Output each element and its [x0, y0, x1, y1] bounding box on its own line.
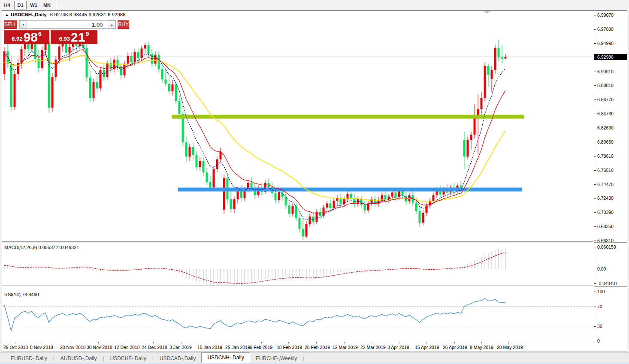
- price-tick: [594, 29, 596, 30]
- date-tick: [98, 342, 99, 343]
- date-tick: [288, 342, 289, 343]
- date-tick: [126, 342, 126, 343]
- tab-eurusd-daily[interactable]: EURUSD-,Daily: [5, 354, 53, 363]
- sell-button[interactable]: SELL: [4, 20, 17, 29]
- date-tick: [454, 342, 455, 343]
- panel-separator-macd[interactable]: [2, 241, 593, 243]
- buy-price-pips: 21: [71, 31, 85, 43]
- sell-price-prefix: 6.92: [12, 36, 22, 42]
- date-tick: [153, 342, 154, 343]
- price-tick-label: 6.88810: [597, 83, 614, 88]
- tab-separator: |: [302, 355, 305, 363]
- macd-tick: [594, 269, 596, 269]
- tab-audusd-daily[interactable]: AUDUSD-,Daily: [55, 354, 103, 363]
- tab-usdcad-daily[interactable]: USDCAD-,Daily: [154, 354, 202, 363]
- rsi-tick: [594, 341, 596, 341]
- chart-title: ▲ USDCNH-,Daily 6.92748 6.93445 6.92631 …: [5, 12, 126, 17]
- date-tick: [237, 342, 237, 343]
- volume-decrement-button[interactable]: ▼: [19, 21, 27, 28]
- rsi-panel-label: RSI(14) 76.8490: [4, 292, 39, 297]
- price-tick-label: 6.68350: [597, 224, 614, 229]
- date-tick: [508, 342, 509, 343]
- price-tick-label: 6.82690: [597, 125, 614, 130]
- chart-canvas[interactable]: [0, 0, 629, 364]
- date-tick: [426, 342, 427, 343]
- axis-separator: [594, 286, 627, 287]
- price-tick: [594, 72, 596, 72]
- macd-tick-label: 0.00: [597, 266, 606, 271]
- resistance-line[interactable]: [172, 115, 524, 119]
- macd-tick-label: -0.040407: [597, 281, 617, 286]
- one-click-trade-panel: SELL ▼ ▲ BUY 6.92 98 6 6.93 21 9: [4, 20, 97, 44]
- support-line[interactable]: [178, 188, 522, 192]
- date-label: 20 Nov 2018: [60, 345, 86, 350]
- date-tick: [481, 342, 482, 343]
- price-tick-label: 6.72430: [597, 196, 614, 201]
- price-tick: [594, 43, 596, 44]
- price-tick: [594, 170, 596, 171]
- volume-increment-button[interactable]: ▲: [108, 21, 115, 28]
- date-label: 26 Apr 2019: [443, 345, 467, 350]
- date-label: 15 Jan 2019: [197, 345, 222, 350]
- date-tick: [344, 342, 345, 343]
- tab-eurchf-weekly[interactable]: EURCHF-,Weekly: [250, 354, 302, 363]
- date-label: 8 May 2019: [470, 345, 493, 350]
- macd-histogram: [4, 249, 505, 285]
- date-axis[interactable]: 29 Oct 20188 Nov 201820 Nov 201830 Nov 2…: [2, 342, 593, 352]
- date-label: 22 Mar 2019: [360, 345, 386, 350]
- date-label: 25 Jan 2019: [225, 345, 250, 350]
- date-label: 24 Dec 2018: [142, 345, 167, 350]
- chart-bottom-border: [2, 342, 593, 342]
- date-label: 28 Feb 2019: [305, 345, 330, 350]
- rsi-tick-label: 70: [597, 304, 602, 309]
- candles: [3, 32, 507, 240]
- rsi-tick: [594, 307, 596, 307]
- chart-shift-marker-icon[interactable]: [484, 11, 490, 13]
- price-tick-label: 6.90910: [597, 69, 614, 74]
- buy-button[interactable]: BUY: [118, 20, 129, 29]
- price-tick: [594, 156, 596, 156]
- date-label: 29 Oct 2018: [3, 345, 28, 350]
- buy-price-display[interactable]: 6.93 21 9: [51, 30, 97, 44]
- date-tick: [316, 342, 317, 343]
- price-tick: [594, 198, 596, 199]
- date-tick: [15, 342, 15, 343]
- price-tick-label: 6.74470: [597, 182, 614, 187]
- price-tick: [594, 99, 596, 100]
- date-label: 12 Dec 2018: [114, 345, 140, 350]
- current-price-tag: 6.92986: [594, 54, 627, 60]
- date-tick: [181, 342, 181, 343]
- spinner-up-icon: ▲: [110, 23, 113, 26]
- macd-tick: [594, 283, 596, 284]
- price-tick: [594, 114, 596, 114]
- ma-slow-line: [4, 55, 505, 202]
- date-tick: [372, 342, 372, 343]
- price-tick-label: 6.78610: [597, 153, 614, 159]
- tab-usdchf-daily[interactable]: USDCHF-,Daily: [105, 354, 152, 363]
- ohlc-values: 6.92748 6.93445 6.92631 6.92986: [50, 12, 126, 17]
- date-label: 18 Feb 2019: [277, 345, 302, 350]
- buy-price-point: 9: [85, 31, 89, 37]
- volume-input[interactable]: [27, 21, 108, 28]
- panel-separator-rsi[interactable]: [2, 286, 593, 287]
- price-tick: [594, 128, 596, 128]
- price-tick: [594, 184, 596, 185]
- date-label: 20 May 2019: [497, 345, 523, 350]
- rsi-tick-label: 100: [597, 289, 605, 294]
- date-label: 6 Feb 2019: [250, 345, 272, 350]
- date-tick: [209, 342, 209, 343]
- date-tick: [399, 342, 399, 343]
- price-tick-label: 6.70390: [597, 210, 614, 215]
- chart-tab-bar: EURUSD-,Daily|AUDUSD-,Daily|USDCHF-,Dail…: [0, 352, 629, 363]
- price-tick: [594, 142, 596, 142]
- price-tick-label: 6.84730: [597, 111, 614, 116]
- rsi-tick: [594, 292, 596, 292]
- tab-usdcnh-daily[interactable]: USDCNH-,Daily: [201, 352, 250, 363]
- date-tick: [72, 342, 72, 343]
- trading-app-window: H4D1W1MN ▲ USDCNH-,Daily 6.92748 6.93445…: [0, 0, 629, 364]
- chart-collapse-icon[interactable]: ▲: [5, 13, 9, 17]
- rsi-tick-label: 0: [597, 338, 600, 343]
- sell-price-point: 6: [38, 31, 42, 37]
- sell-price-display[interactable]: 6.92 98 6: [4, 30, 49, 44]
- price-tick: [594, 241, 596, 241]
